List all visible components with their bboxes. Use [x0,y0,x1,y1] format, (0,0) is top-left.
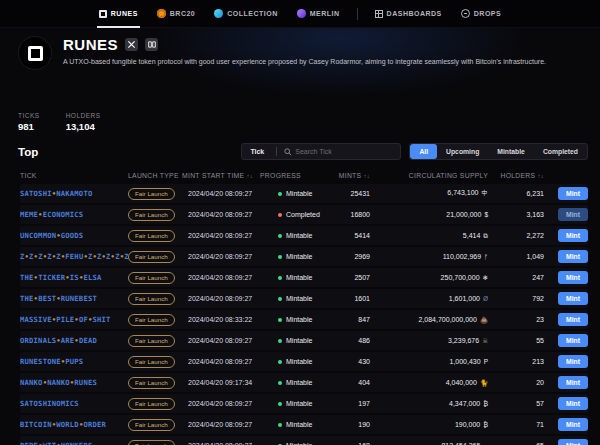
mint-button[interactable]: Mint [558,187,588,200]
column-header-circulating-supply[interactable]: CIRCULATING SUPPLY [370,172,488,179]
mint-button[interactable]: Mint [558,397,588,410]
mint-start-time: 2024/04/20 08:09:27 [182,400,260,407]
tick-link[interactable]: MEME•ECONOMICS [20,210,128,219]
table-row: MASSIVE•PILE•OF•SHIT Fair Launch 2024/04… [20,310,588,329]
mint-button[interactable]: Mint [558,292,588,305]
tick-link[interactable]: RUNESTONE•PUPS [20,357,128,366]
progress-status: Mintable [260,400,324,407]
search-category-select[interactable]: Tick [242,148,276,155]
progress-status: Mintable [260,337,324,344]
stat-label: TICKS [18,112,40,119]
status-dot [278,234,282,238]
collection-icon [214,9,223,18]
progress-status: Completed [260,211,324,218]
table-header: TICK LAUNCH TYPE MINT START TIME ↑↓ PROG… [20,172,588,179]
status-dot [278,297,282,301]
mint-start-time: 2024/04/20 08:33:22 [182,316,260,323]
table-row: SATOSHI•NAKAMOTO Fair Launch 2024/04/20 … [20,184,588,203]
mint-button[interactable]: Mint [558,229,588,242]
filter-all[interactable]: All [410,144,437,159]
tick-link[interactable]: MASSIVE•PILE•OF•SHIT [20,315,128,324]
nav-item-label: DROPS [474,10,501,17]
sort-icon[interactable]: ↑↓ [537,173,544,179]
nav-item-label: BRC20 [170,10,195,17]
filter-completed[interactable]: Completed [534,144,587,159]
mint-button: Mint [558,208,588,221]
status-dot [278,192,282,196]
launch-type-badge: Fair Launch [128,356,175,368]
holders-value: 6,231 [488,190,544,197]
tick-link[interactable]: NANKO•NANKO•RUNES [20,378,128,387]
filter-mintable[interactable]: Mintable [488,144,534,159]
tick-link[interactable]: THE•TICKER•IS•ELSA [20,273,128,282]
search-box[interactable]: Tick Search Tick [241,143,401,160]
progress-status: Mintable [260,379,324,386]
holders-value: 3,163 [488,211,544,218]
tick-link[interactable]: SATOSHI•NAKAMOTO [20,189,128,198]
token-description: A UTXO-based fungible token protocol wit… [63,57,546,66]
table-row: RUNESTONE•PUPS Fair Launch 2024/04/20 08… [20,352,588,371]
progress-status: Mintable [260,358,324,365]
nav-item-label: MERLIN [310,10,340,17]
tick-link[interactable]: ORDINALS•ARE•DEAD [20,336,128,345]
mint-button[interactable]: Mint [558,355,588,368]
progress-filter-group: All Upcoming Mintable Completed [409,143,588,160]
mints-value: 404 [324,379,370,386]
column-header-mints[interactable]: MINTS ↑↓ [324,172,370,179]
launch-type-badge: Fair Launch [128,440,175,445]
mint-button[interactable]: Mint [558,313,588,326]
docs-button[interactable] [145,38,158,51]
search-input[interactable]: Search Tick [295,148,332,155]
nav-item-runes[interactable]: RUNES [97,0,140,28]
mint-button[interactable]: Mint [558,439,588,445]
tick-link[interactable]: BITCOIN•WORLD•ORDER [20,420,128,429]
holders-value: 213 [488,358,544,365]
tick-link[interactable]: PEPE•WIT•HONKERS [20,441,128,445]
token-header: RUNES A UTXO-based fungible token protoc… [0,28,600,100]
circulating-supply: 5,414⧉ [370,232,488,240]
status-dot [278,213,282,217]
status-dot [278,381,282,385]
column-header-launch-type[interactable]: LAUNCH TYPE [128,172,182,179]
column-header-mint-start-time[interactable]: MINT START TIME ↑↓ [182,172,260,179]
circulating-supply: 4,347,000₿ [370,400,488,407]
token-stats: TICKS 981 HOLDERS 13,104 [18,112,600,132]
mint-button[interactable]: Mint [558,418,588,431]
tick-link[interactable]: SATOSHINOMICS [20,399,128,408]
mint-button[interactable]: Mint [558,271,588,284]
mint-button[interactable]: Mint [558,376,588,389]
sort-icon[interactable]: ↑↓ [246,173,253,179]
holders-value: 71 [488,421,544,428]
status-dot [278,339,282,343]
twitter-x-button[interactable] [125,38,138,51]
progress-status: Mintable [260,274,324,281]
mint-button[interactable]: Mint [558,250,588,263]
launch-type-badge: Fair Launch [128,419,175,431]
column-header-progress[interactable]: PROGRESS [260,172,324,179]
mints-value: 486 [324,337,370,344]
table-row: Z•Z•Z•Z•Z•FEHU•Z•Z•Z•Z•Z Fair Launch 202… [20,247,588,266]
filter-upcoming[interactable]: Upcoming [437,144,488,159]
nav-item-dashboards[interactable]: DASHBOARDS [373,0,444,28]
mints-value: 2507 [324,274,370,281]
tick-link[interactable]: UNCOMMON•GOODS [20,231,128,240]
nav-item-label: RUNES [111,10,138,17]
tick-link[interactable]: Z•Z•Z•Z•Z•FEHU•Z•Z•Z•Z•Z [20,252,128,261]
launch-type-badge: Fair Launch [128,188,175,200]
table-row: NANKO•NANKO•RUNES Fair Launch 2024/04/20… [20,373,588,392]
holders-value: 247 [488,274,544,281]
nav-item-collection[interactable]: COLLECTION [212,0,280,28]
sort-icon[interactable]: ↑↓ [363,173,370,179]
column-header-tick[interactable]: TICK [20,172,128,179]
nav-item-drops[interactable]: DROPS [459,0,503,28]
runes-icon [99,10,107,18]
search-icon [284,148,292,156]
progress-status: Mintable [260,253,324,260]
brc20-icon [157,9,166,18]
tick-link[interactable]: THE•BEST•RUNEBEST [20,294,128,303]
nav-item-brc20[interactable]: BRC20 [155,0,197,28]
mint-button[interactable]: Mint [558,334,588,347]
circulating-supply: 3,239,676☠ [370,337,488,345]
nav-item-merlin[interactable]: MERLIN [295,0,342,28]
column-header-holders[interactable]: HOLDERS ↑↓ [488,172,544,179]
